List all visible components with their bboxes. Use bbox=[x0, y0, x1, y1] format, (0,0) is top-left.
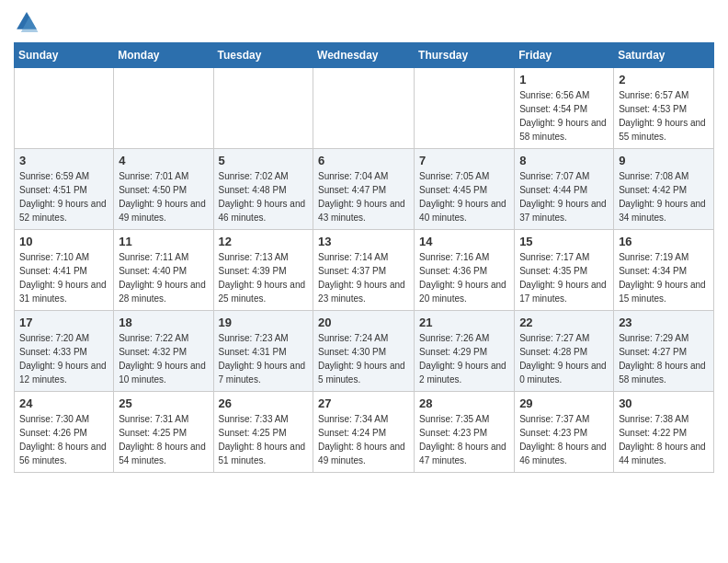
day-info: Sunrise: 7:33 AM Sunset: 4:25 PM Dayligh… bbox=[219, 412, 309, 467]
calendar-cell: 10Sunrise: 7:10 AM Sunset: 4:41 PM Dayli… bbox=[15, 230, 114, 311]
day-number: 1 bbox=[519, 73, 609, 86]
calendar-cell: 30Sunrise: 7:38 AM Sunset: 4:22 PM Dayli… bbox=[614, 392, 714, 473]
col-header-sunday: Sunday bbox=[15, 43, 114, 68]
day-info: Sunrise: 7:37 AM Sunset: 4:23 PM Dayligh… bbox=[519, 412, 609, 467]
col-header-saturday: Saturday bbox=[614, 43, 714, 68]
calendar-cell: 20Sunrise: 7:24 AM Sunset: 4:30 PM Dayli… bbox=[313, 311, 415, 392]
day-number: 16 bbox=[619, 235, 709, 248]
calendar-cell: 8Sunrise: 7:07 AM Sunset: 4:44 PM Daylig… bbox=[515, 149, 614, 230]
day-info: Sunrise: 6:56 AM Sunset: 4:54 PM Dayligh… bbox=[519, 88, 609, 144]
calendar-cell: 28Sunrise: 7:35 AM Sunset: 4:23 PM Dayli… bbox=[415, 392, 515, 473]
day-info: Sunrise: 7:22 AM Sunset: 4:32 PM Dayligh… bbox=[119, 331, 208, 386]
day-number: 11 bbox=[119, 235, 208, 248]
calendar-cell bbox=[114, 68, 213, 149]
day-number: 6 bbox=[318, 154, 409, 167]
day-info: Sunrise: 7:07 AM Sunset: 4:44 PM Dayligh… bbox=[519, 169, 609, 224]
day-info: Sunrise: 7:02 AM Sunset: 4:48 PM Dayligh… bbox=[219, 169, 309, 224]
day-number: 21 bbox=[419, 316, 509, 329]
day-info: Sunrise: 7:31 AM Sunset: 4:25 PM Dayligh… bbox=[119, 412, 208, 467]
day-info: Sunrise: 6:57 AM Sunset: 4:53 PM Dayligh… bbox=[619, 88, 709, 144]
calendar-body: 1Sunrise: 6:56 AM Sunset: 4:54 PM Daylig… bbox=[15, 68, 714, 473]
day-info: Sunrise: 7:19 AM Sunset: 4:34 PM Dayligh… bbox=[619, 250, 709, 305]
day-info: Sunrise: 7:26 AM Sunset: 4:29 PM Dayligh… bbox=[419, 331, 509, 386]
calendar-cell: 7Sunrise: 7:05 AM Sunset: 4:45 PM Daylig… bbox=[415, 149, 515, 230]
day-info: Sunrise: 7:38 AM Sunset: 4:22 PM Dayligh… bbox=[619, 412, 709, 467]
day-info: Sunrise: 7:04 AM Sunset: 4:47 PM Dayligh… bbox=[318, 169, 409, 224]
day-info: Sunrise: 7:05 AM Sunset: 4:45 PM Dayligh… bbox=[419, 169, 509, 224]
calendar-cell: 26Sunrise: 7:33 AM Sunset: 4:25 PM Dayli… bbox=[213, 392, 313, 473]
day-number: 3 bbox=[19, 154, 108, 167]
calendar-cell bbox=[213, 68, 313, 149]
day-number: 15 bbox=[519, 235, 609, 248]
calendar-cell: 4Sunrise: 7:01 AM Sunset: 4:50 PM Daylig… bbox=[114, 149, 213, 230]
week-row-3: 10Sunrise: 7:10 AM Sunset: 4:41 PM Dayli… bbox=[15, 230, 714, 311]
day-info: Sunrise: 7:16 AM Sunset: 4:36 PM Dayligh… bbox=[419, 250, 509, 305]
day-number: 29 bbox=[519, 396, 609, 410]
day-info: Sunrise: 7:20 AM Sunset: 4:33 PM Dayligh… bbox=[19, 331, 108, 386]
day-info: Sunrise: 7:27 AM Sunset: 4:28 PM Dayligh… bbox=[519, 331, 609, 386]
calendar-cell bbox=[313, 68, 415, 149]
calendar-cell bbox=[15, 68, 114, 149]
day-number: 22 bbox=[519, 316, 609, 329]
week-row-5: 24Sunrise: 7:30 AM Sunset: 4:26 PM Dayli… bbox=[15, 392, 714, 473]
day-number: 24 bbox=[19, 396, 108, 410]
col-header-monday: Monday bbox=[114, 43, 213, 68]
calendar-cell: 22Sunrise: 7:27 AM Sunset: 4:28 PM Dayli… bbox=[515, 311, 614, 392]
col-header-wednesday: Wednesday bbox=[313, 43, 415, 68]
day-number: 18 bbox=[119, 316, 208, 329]
calendar-cell: 16Sunrise: 7:19 AM Sunset: 4:34 PM Dayli… bbox=[614, 230, 714, 311]
day-number: 13 bbox=[318, 235, 409, 248]
day-number: 2 bbox=[619, 73, 709, 86]
calendar-cell: 3Sunrise: 6:59 AM Sunset: 4:51 PM Daylig… bbox=[15, 149, 114, 230]
calendar-cell: 17Sunrise: 7:20 AM Sunset: 4:33 PM Dayli… bbox=[15, 311, 114, 392]
calendar-cell: 19Sunrise: 7:23 AM Sunset: 4:31 PM Dayli… bbox=[213, 311, 313, 392]
day-number: 19 bbox=[219, 316, 309, 329]
day-info: Sunrise: 7:29 AM Sunset: 4:27 PM Dayligh… bbox=[619, 331, 709, 386]
calendar-cell: 5Sunrise: 7:02 AM Sunset: 4:48 PM Daylig… bbox=[213, 149, 313, 230]
day-number: 23 bbox=[619, 316, 709, 329]
day-info: Sunrise: 7:11 AM Sunset: 4:40 PM Dayligh… bbox=[119, 250, 208, 305]
week-row-1: 1Sunrise: 6:56 AM Sunset: 4:54 PM Daylig… bbox=[15, 68, 714, 149]
page: SundayMondayTuesdayWednesdayThursdayFrid… bbox=[0, 0, 728, 563]
day-info: Sunrise: 7:14 AM Sunset: 4:37 PM Dayligh… bbox=[318, 250, 409, 305]
day-info: Sunrise: 7:35 AM Sunset: 4:23 PM Dayligh… bbox=[419, 412, 509, 467]
calendar-cell: 24Sunrise: 7:30 AM Sunset: 4:26 PM Dayli… bbox=[15, 392, 114, 473]
calendar-cell bbox=[415, 68, 515, 149]
day-info: Sunrise: 7:13 AM Sunset: 4:39 PM Dayligh… bbox=[219, 250, 309, 305]
calendar-cell: 9Sunrise: 7:08 AM Sunset: 4:42 PM Daylig… bbox=[614, 149, 714, 230]
day-number: 8 bbox=[519, 154, 609, 167]
col-header-tuesday: Tuesday bbox=[213, 43, 313, 68]
day-number: 26 bbox=[219, 396, 309, 410]
calendar-cell: 1Sunrise: 6:56 AM Sunset: 4:54 PM Daylig… bbox=[515, 68, 614, 149]
day-number: 7 bbox=[419, 154, 509, 167]
day-number: 30 bbox=[619, 396, 709, 410]
header bbox=[14, 9, 714, 35]
day-info: Sunrise: 7:30 AM Sunset: 4:26 PM Dayligh… bbox=[19, 412, 108, 467]
calendar-cell: 29Sunrise: 7:37 AM Sunset: 4:23 PM Dayli… bbox=[515, 392, 614, 473]
day-info: Sunrise: 7:34 AM Sunset: 4:24 PM Dayligh… bbox=[318, 412, 409, 467]
calendar-cell: 15Sunrise: 7:17 AM Sunset: 4:35 PM Dayli… bbox=[515, 230, 614, 311]
calendar-cell: 14Sunrise: 7:16 AM Sunset: 4:36 PM Dayli… bbox=[415, 230, 515, 311]
day-number: 25 bbox=[119, 396, 208, 410]
calendar-cell: 23Sunrise: 7:29 AM Sunset: 4:27 PM Dayli… bbox=[614, 311, 714, 392]
day-number: 10 bbox=[19, 235, 108, 248]
week-row-4: 17Sunrise: 7:20 AM Sunset: 4:33 PM Dayli… bbox=[15, 311, 714, 392]
calendar-cell: 27Sunrise: 7:34 AM Sunset: 4:24 PM Dayli… bbox=[313, 392, 415, 473]
day-info: Sunrise: 7:01 AM Sunset: 4:50 PM Dayligh… bbox=[119, 169, 208, 224]
calendar-cell: 21Sunrise: 7:26 AM Sunset: 4:29 PM Dayli… bbox=[415, 311, 515, 392]
logo-icon bbox=[14, 9, 40, 35]
day-info: Sunrise: 7:08 AM Sunset: 4:42 PM Dayligh… bbox=[619, 169, 709, 224]
calendar-cell: 13Sunrise: 7:14 AM Sunset: 4:37 PM Dayli… bbox=[313, 230, 415, 311]
calendar-cell: 2Sunrise: 6:57 AM Sunset: 4:53 PM Daylig… bbox=[614, 68, 714, 149]
week-row-2: 3Sunrise: 6:59 AM Sunset: 4:51 PM Daylig… bbox=[15, 149, 714, 230]
logo bbox=[14, 9, 43, 35]
day-number: 28 bbox=[419, 396, 509, 410]
calendar: SundayMondayTuesdayWednesdayThursdayFrid… bbox=[14, 42, 714, 473]
header-row: SundayMondayTuesdayWednesdayThursdayFrid… bbox=[15, 43, 714, 68]
calendar-cell: 12Sunrise: 7:13 AM Sunset: 4:39 PM Dayli… bbox=[213, 230, 313, 311]
day-number: 9 bbox=[619, 154, 709, 167]
col-header-thursday: Thursday bbox=[415, 43, 515, 68]
calendar-header: SundayMondayTuesdayWednesdayThursdayFrid… bbox=[15, 43, 714, 68]
day-info: Sunrise: 7:23 AM Sunset: 4:31 PM Dayligh… bbox=[219, 331, 309, 386]
day-number: 27 bbox=[318, 396, 409, 410]
